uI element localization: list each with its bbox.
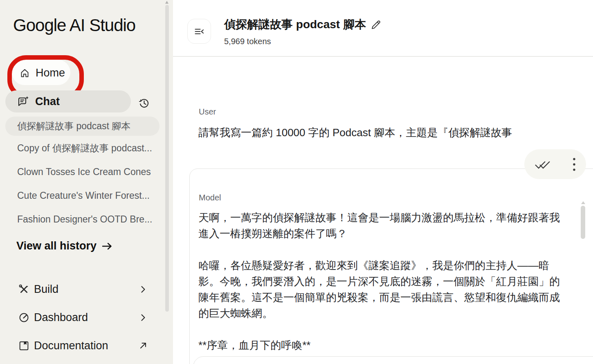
sidebar-item-dashboard[interactable]: Dashboard xyxy=(0,308,173,327)
nested-content-card xyxy=(193,356,593,364)
google-ai-studio-logo: Google AI Studio xyxy=(13,16,135,35)
arrow-right-icon xyxy=(101,241,113,251)
view-all-history-label: View all history xyxy=(16,240,97,252)
documentation-icon xyxy=(18,340,30,352)
chat-history-item-label: 偵探解謎故事 podcast 腳本 xyxy=(17,120,130,133)
user-role-label: User xyxy=(199,107,216,117)
documentation-label: Documentation xyxy=(34,339,108,352)
dashboard-icon xyxy=(18,312,30,324)
chat-title: 偵探解謎故事 podcast 腳本 xyxy=(224,17,366,32)
dashboard-label: Dashboard xyxy=(34,311,88,324)
chat-history-item-label: Fashion Designer's OOTD Bre... xyxy=(17,214,152,225)
chat-history-item[interactable]: Cute Creature's Winter Forest... xyxy=(17,189,150,202)
main-scrollbar[interactable] xyxy=(581,206,585,239)
chat-icon xyxy=(17,96,29,108)
sidebar-scroll-up-arrow[interactable] xyxy=(165,1,168,4)
turn-actions-toolbar xyxy=(524,149,586,179)
sidebar-item-chat[interactable]: Chat xyxy=(5,90,131,112)
sidebar: Google AI Studio Home Chat xyxy=(0,0,173,364)
chat-history-item-label: Copy of 偵探解謎故事 podcast... xyxy=(17,142,152,155)
pencil-icon xyxy=(370,19,382,31)
chat-label: Chat xyxy=(35,95,60,108)
mark-good-button[interactable] xyxy=(534,158,550,171)
collapse-sidebar-icon xyxy=(193,26,205,37)
home-icon xyxy=(19,67,30,79)
chat-history-item-label: Cute Creature's Winter Forest... xyxy=(17,190,150,201)
build-label: Build xyxy=(34,283,58,296)
chat-history-item[interactable]: Fashion Designer's OOTD Bre... xyxy=(17,213,152,225)
chat-history-button[interactable] xyxy=(135,94,153,112)
view-all-history-link[interactable]: View all history xyxy=(16,240,113,252)
model-role-label: Model xyxy=(199,193,221,202)
chevron-right-icon xyxy=(138,312,148,323)
build-icon xyxy=(18,283,30,295)
sidebar-item-home[interactable]: Home xyxy=(19,67,65,79)
sidebar-item-build[interactable]: Build xyxy=(0,279,173,299)
sidebar-scrollbar[interactable] xyxy=(165,5,169,312)
chat-history-item[interactable]: Clown Tosses Ice Cream Cones xyxy=(17,166,151,178)
app-window: Google AI Studio Home Chat xyxy=(0,0,593,364)
history-icon xyxy=(138,97,150,110)
main-scroll-up-arrow[interactable] xyxy=(581,201,585,204)
chat-history-item[interactable]: Copy of 偵探解謎故事 podcast... xyxy=(17,142,152,154)
chat-history-item-selected[interactable]: 偵探解謎故事 podcast 腳本 xyxy=(5,117,159,136)
chevron-right-icon xyxy=(138,284,148,294)
external-link-icon xyxy=(138,340,148,351)
home-label: Home xyxy=(36,67,65,79)
token-count: 5,969 tokens xyxy=(224,37,271,46)
kebab-menu-icon xyxy=(572,157,576,172)
model-message: 天啊，一萬字的偵探解謎故事！這會是一場腦力激盪的馬拉松，準備好跟著我 進入一樁撲… xyxy=(198,210,583,353)
header-divider xyxy=(173,56,593,57)
chat-history-item-label: Clown Tosses Ice Cream Cones xyxy=(17,166,151,178)
collapse-sidebar-button[interactable] xyxy=(187,19,211,44)
user-message: 請幫我寫一篇約 10000 字的 Podcast 腳本，主題是『偵探解謎故事 xyxy=(198,125,587,141)
more-options-button[interactable] xyxy=(572,157,576,172)
sidebar-item-documentation[interactable]: Documentation xyxy=(0,336,173,355)
double-check-icon xyxy=(534,158,550,171)
edit-title-button[interactable] xyxy=(368,17,384,33)
